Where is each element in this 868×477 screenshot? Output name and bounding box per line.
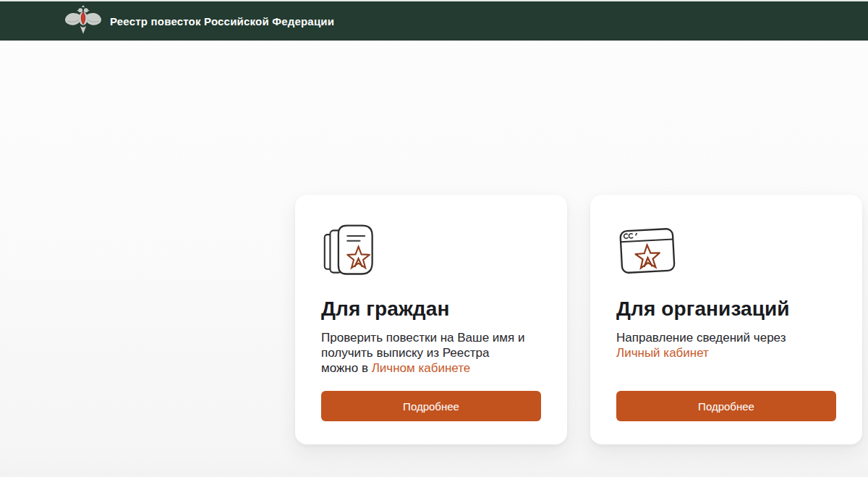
browser-star-icon — [616, 222, 836, 280]
card-organizations: Для организаций Направление сведений чер… — [590, 195, 862, 444]
details-button[interactable]: Подробнее — [616, 391, 836, 421]
card-title: Для граждан — [321, 297, 541, 321]
app-header: Реестр повесток Российской Федерации — [0, 0, 868, 41]
card-description: Проверить повестки на Ваше имя и получит… — [321, 330, 541, 376]
document-star-icon — [321, 222, 541, 280]
page-title: Реестр повесток Российской Федерации — [110, 15, 334, 28]
mod-eagle-emblem-icon — [64, 4, 103, 38]
personal-account-link[interactable]: Личном кабинете — [372, 361, 471, 375]
card-citizens: Для граждан Проверить повестки на Ваше и… — [295, 195, 567, 444]
card-description: Направление сведений через Личный кабине… — [616, 330, 836, 360]
description-text: Направление сведений через — [616, 331, 786, 345]
personal-account-link[interactable]: Личный кабинет — [616, 346, 709, 360]
details-button[interactable]: Подробнее — [321, 391, 541, 421]
main-content: Для граждан Проверить повестки на Ваше и… — [0, 41, 868, 477]
card-title: Для организаций — [616, 297, 836, 321]
cards-row: Для граждан Проверить повестки на Ваше и… — [295, 195, 862, 444]
